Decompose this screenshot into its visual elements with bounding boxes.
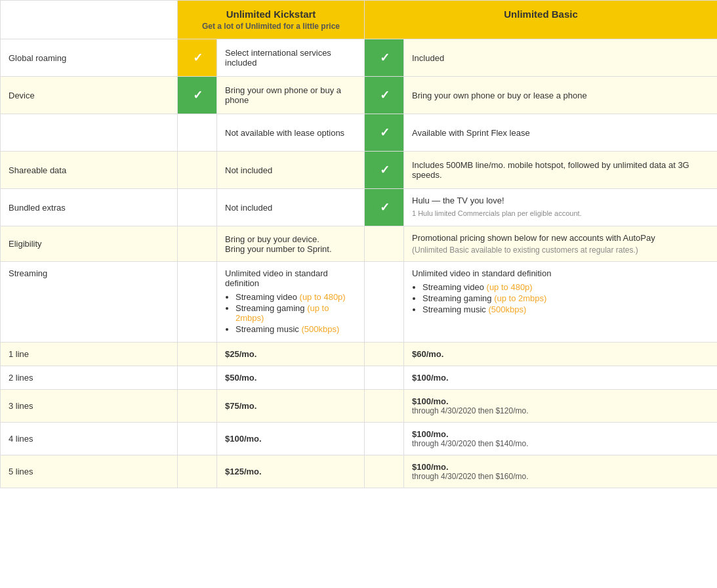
row-2-lines: 2 lines $50/mo. $100/mo. [1, 366, 718, 390]
price1-3-lines: $75/mo. [217, 390, 365, 423]
checkmark-icon: ✓ [373, 196, 396, 219]
streaming-bullets-kickstart: Streaming video (up to 480p) Streaming g… [236, 292, 356, 334]
check2-2-lines [365, 366, 404, 390]
desc1-global-roaming: Select international services included [217, 39, 365, 77]
list-item: Streaming music (500kbps) [422, 304, 709, 314]
desc2-global-roaming: Included [404, 39, 718, 77]
basic-title: Unlimited Basic [374, 9, 708, 20]
price1-5-lines: $125/mo. [217, 455, 365, 488]
row-shareable-data: Shareable data Not included ✓ Includes 5… [1, 152, 718, 189]
row-1-line: 1 line $25/mo. $60/mo. [1, 343, 718, 366]
row-global-roaming: Global roaming ✓ Select international se… [1, 39, 718, 77]
row-4-lines: 4 lines $100/mo. $100/mo. through 4/30/2… [1, 423, 718, 455]
check1-global-roaming: ✓ [178, 39, 217, 77]
row-eligibility: Eligibility Bring or buy your device.Bri… [1, 226, 718, 262]
checkmark-icon: ✓ [373, 158, 396, 182]
check1-device-lease [178, 114, 217, 152]
checkmark-icon: ✓ [373, 46, 396, 70]
feature-label: Global roaming [9, 53, 66, 63]
check1-5-lines [178, 455, 217, 488]
feature-4-lines: 4 lines [1, 423, 178, 455]
row-bundled-extras: Bundled extras Not included ✓ Hulu — the… [1, 189, 718, 226]
eligibility-main: Promotional pricing shown below for new … [412, 233, 709, 243]
checkmark-icon: ✓ [186, 46, 209, 70]
desc2-device-lease: Available with Sprint Flex lease [404, 114, 718, 152]
check1-device: ✓ [178, 77, 217, 114]
price-note: through 4/30/2020 then $120/mo. [412, 406, 709, 415]
streaming-bullets-basic: Streaming video (up to 480p) Streaming g… [422, 282, 709, 314]
streaming-main-kickstart: Unlimited video in standard definition [225, 268, 356, 288]
price2-2-lines: $100/mo. [404, 366, 718, 390]
check1-eligibility [178, 226, 217, 262]
price-main: $100/mo. [412, 462, 709, 472]
check2-5-lines [365, 455, 404, 488]
price1-1-line: $25/mo. [217, 343, 365, 366]
feature-streaming: Streaming [1, 262, 178, 343]
desc1-streaming: Unlimited video in standard definition S… [217, 262, 365, 343]
list-item: Streaming music (500kbps) [236, 324, 356, 334]
price2-1-line: $60/mo. [404, 343, 718, 366]
feature-2-lines: 2 lines [1, 366, 178, 390]
desc1-bundled-extras: Not included [217, 189, 365, 226]
check2-device-lease: ✓ [365, 114, 404, 152]
eligibility-note: (Unlimited Basic available to existing c… [412, 245, 709, 255]
checkmark-icon: ✓ [373, 121, 396, 144]
header-basic: Unlimited Basic [365, 1, 718, 39]
comparison-table: Unlimited Kickstart Get a lot of Unlimit… [0, 0, 717, 488]
check2-shareable-data: ✓ [365, 152, 404, 189]
check2-bundled-extras: ✓ [365, 189, 404, 226]
price-note: through 4/30/2020 then $160/mo. [412, 472, 709, 481]
price2-5-lines: $100/mo. through 4/30/2020 then $160/mo. [404, 455, 718, 488]
list-item: Streaming gaming (up to 2mbps) [422, 293, 709, 303]
hulu-note: 1 Hulu limited Commercials plan per elig… [412, 209, 709, 217]
feature-3-lines: 3 lines [1, 390, 178, 423]
check1-4-lines [178, 423, 217, 455]
check1-streaming [178, 262, 217, 343]
desc1-shareable-data: Not included [217, 152, 365, 189]
row-3-lines: 3 lines $75/mo. $100/mo. through 4/30/20… [1, 390, 718, 423]
check2-4-lines [365, 423, 404, 455]
kickstart-title: Unlimited Kickstart [187, 9, 355, 20]
check1-2-lines [178, 366, 217, 390]
price-main: $100/mo. [412, 429, 709, 439]
row-streaming: Streaming Unlimited video in standard de… [1, 262, 718, 343]
check2-device: ✓ [365, 77, 404, 114]
desc2-device: Bring your own phone or buy or lease a p… [404, 77, 718, 114]
hulu-main-text: Hulu — the TV you love! [412, 196, 709, 205]
list-item: Streaming gaming (up to 2mbps) [236, 303, 356, 323]
price-main: $100/mo. [412, 396, 709, 406]
check2-global-roaming: ✓ [365, 39, 404, 77]
streaming-main-basic: Unlimited video in standard definition [412, 268, 709, 278]
price1-4-lines: $100/mo. [217, 423, 365, 455]
row-5-lines: 5 lines $125/mo. $100/mo. through 4/30/2… [1, 455, 718, 488]
check1-3-lines [178, 390, 217, 423]
row-device: Device ✓ Bring your own phone or buy a p… [1, 77, 718, 114]
header-kickstart: Unlimited Kickstart Get a lot of Unlimit… [178, 1, 365, 39]
kickstart-subtitle: Get a lot of Unlimited for a little pric… [187, 22, 355, 31]
desc1-device: Bring your own phone or buy a phone [217, 77, 365, 114]
desc2-shareable-data: Includes 500MB line/mo. mobile hotspot, … [404, 152, 718, 189]
desc2-streaming: Unlimited video in standard definition S… [404, 262, 718, 343]
price2-3-lines: $100/mo. through 4/30/2020 then $120/mo. [404, 390, 718, 423]
feature-1-line: 1 line [1, 343, 178, 366]
row-device-lease: Not available with lease options ✓ Avail… [1, 114, 718, 152]
feature-global-roaming: Global roaming [1, 39, 178, 77]
check1-1-line [178, 343, 217, 366]
check2-1-line [365, 343, 404, 366]
check2-streaming [365, 262, 404, 343]
desc2-eligibility: Promotional pricing shown below for new … [404, 226, 718, 262]
feature-device: Device [1, 77, 178, 114]
header-empty [1, 1, 178, 39]
desc2-bundled-extras: Hulu — the TV you love! 1 Hulu limited C… [404, 189, 718, 226]
feature-device-lease [1, 114, 178, 152]
desc1-eligibility: Bring or buy your device.Bring your numb… [217, 226, 365, 262]
desc1-device-lease: Not available with lease options [217, 114, 365, 152]
feature-5-lines: 5 lines [1, 455, 178, 488]
check2-eligibility [365, 226, 404, 262]
list-item: Streaming video (up to 480p) [236, 292, 356, 302]
feature-bundled-extras: Bundled extras [1, 189, 178, 226]
check1-bundled-extras [178, 189, 217, 226]
check2-3-lines [365, 390, 404, 423]
price1-2-lines: $50/mo. [217, 366, 365, 390]
check1-shareable-data [178, 152, 217, 189]
